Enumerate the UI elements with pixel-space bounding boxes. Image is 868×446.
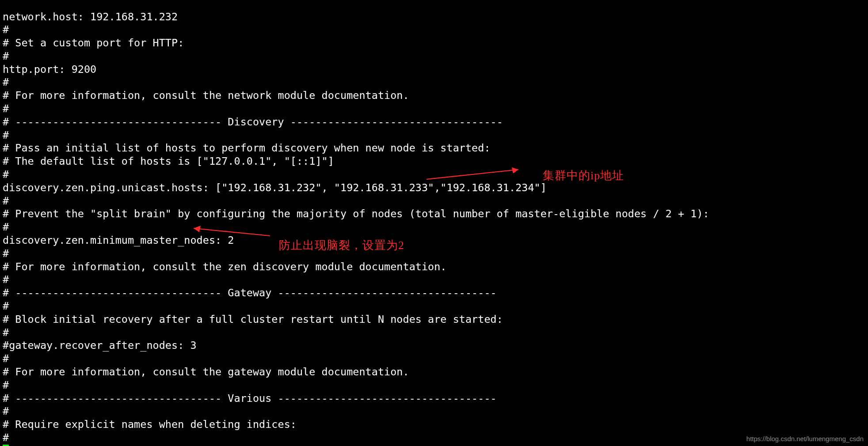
annotation-arrow-2: [189, 224, 273, 242]
annotation-arrow-1: [423, 166, 526, 183]
svg-line-0: [426, 170, 518, 179]
svg-line-2: [194, 228, 270, 236]
annotation-text-1: 集群中的ip地址: [543, 168, 624, 183]
svg-marker-3: [194, 226, 201, 232]
watermark-text: https://blog.csdn.net/lumengmeng_csdn: [746, 435, 864, 442]
annotation-text-2: 防止出现脑裂，设置为2: [279, 238, 404, 253]
svg-marker-1: [512, 167, 518, 174]
terminal-output: network.host: 192.168.31.232 # # Set a c…: [0, 11, 712, 446]
